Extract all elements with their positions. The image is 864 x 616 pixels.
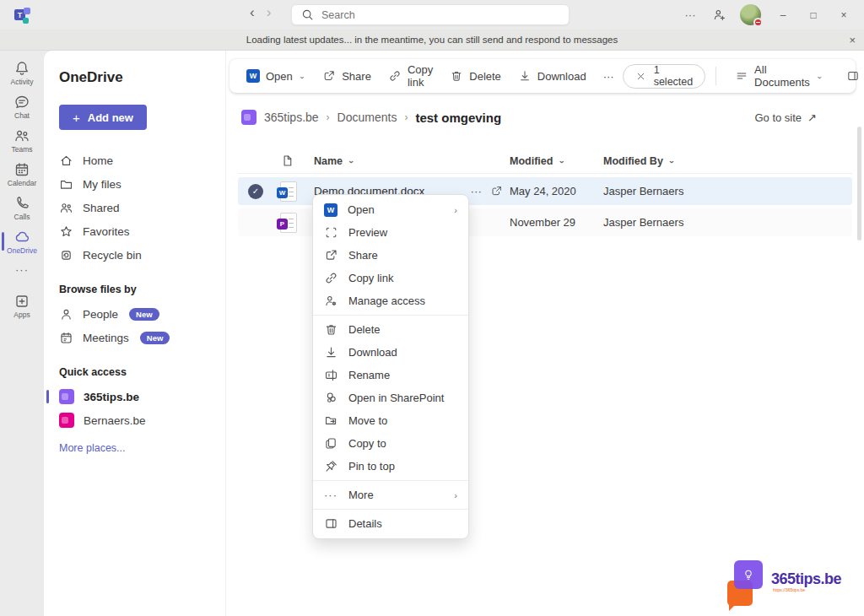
menu-item-details[interactable]: Details [313, 512, 468, 535]
download-icon [518, 69, 532, 83]
app-title: OneDrive [59, 69, 213, 86]
column-header-modified-by[interactable]: Modified By ⌄ [603, 155, 852, 167]
sidebar-item-people[interactable]: People New [56, 302, 213, 326]
sidebar-item-shared[interactable]: Shared [56, 196, 213, 219]
window-maximize-button[interactable]: □ [800, 3, 827, 28]
shared-people-icon [59, 201, 73, 215]
column-header-modified[interactable]: Modified ⌄ [510, 155, 603, 167]
go-to-site-link[interactable]: Go to site ↗ [754, 111, 817, 124]
menu-item-open[interactable]: W Open › [313, 198, 468, 221]
add-new-button[interactable]: + Add new [59, 105, 147, 130]
teams-logo-accent2 [23, 18, 29, 24]
rail-item-onedrive[interactable]: OneDrive [0, 224, 44, 258]
toolbar-more-icon[interactable]: ··· [595, 64, 623, 88]
rail-item-calendar[interactable]: Calendar [0, 157, 44, 191]
meetings-calendar-icon [59, 331, 73, 345]
filter-lines-icon [735, 69, 748, 83]
new-badge: New [129, 308, 159, 321]
quick-access-365tips[interactable]: 365tips.be [56, 385, 213, 408]
breadcrumb-separator: › [404, 111, 408, 123]
chevron-down-icon: ⌄ [816, 73, 823, 80]
rail-item-apps[interactable]: Apps [0, 289, 44, 322]
selected-check-icon[interactable]: ✓ [248, 184, 263, 199]
word-icon: W [246, 69, 260, 83]
lightbulb-icon [742, 568, 755, 581]
user-avatar[interactable] [740, 4, 761, 25]
toolbar-divider [716, 67, 716, 85]
rail-item-chat[interactable]: Chat [0, 89, 44, 123]
menu-item-copy-to[interactable]: Copy to [313, 432, 468, 455]
sidebar-item-favorites[interactable]: Favorites [56, 219, 213, 243]
open-button[interactable]: W Open ⌄ [238, 64, 314, 88]
menu-item-download[interactable]: Download [313, 341, 468, 364]
recycle-bin-icon [59, 248, 73, 262]
rail-item-teams[interactable]: Teams [0, 123, 44, 157]
nav-back-icon[interactable]: ‹ [250, 4, 255, 21]
copy-link-button[interactable]: Copy link [380, 64, 441, 88]
rail-more-icon[interactable]: ··· [15, 258, 29, 280]
menu-item-rename[interactable]: Rename [313, 364, 468, 386]
download-button[interactable]: Download [510, 64, 595, 88]
chevron-down-icon: ⌄ [299, 73, 305, 80]
window-minimize-button[interactable]: – [770, 3, 796, 28]
selected-count-pill[interactable]: 1 selected [623, 64, 706, 89]
person-icon [59, 307, 73, 322]
scrollbar-thumb[interactable] [857, 127, 861, 240]
rail-item-calls[interactable]: Calls [0, 191, 44, 224]
details-button[interactable]: Details [838, 64, 864, 88]
window-close-button[interactable]: × [830, 3, 857, 28]
onenote-file-icon: P [280, 213, 297, 233]
more-places-link[interactable]: More places... [59, 442, 126, 454]
share-button[interactable]: Share [314, 64, 380, 88]
file-context-menu: W Open › Preview Share Copy link Manage … [312, 194, 469, 539]
teams-logo-icon[interactable]: T [14, 7, 31, 24]
chat-icon [14, 94, 30, 111]
trash-icon [450, 69, 463, 83]
sidebar-item-recycle-bin[interactable]: Recycle bin [56, 243, 213, 267]
search-bar[interactable] [291, 4, 570, 25]
menu-item-share[interactable]: Share [313, 244, 468, 267]
trash-icon [324, 322, 338, 337]
menu-item-open-in-sharepoint[interactable]: Open in SharePoint [313, 386, 468, 409]
menu-separator [313, 315, 468, 316]
menu-item-manage-access[interactable]: Manage access [313, 289, 468, 312]
phone-icon [14, 195, 30, 212]
menu-item-more[interactable]: ··· More › [313, 484, 468, 506]
menu-item-pin-to-top[interactable]: Pin to top [313, 455, 468, 478]
breadcrumb-documents[interactable]: Documents [338, 111, 397, 124]
onedrive-sidebar: OneDrive + Add new Home My files Shared … [44, 51, 226, 616]
sidebar-item-meetings[interactable]: Meetings New [56, 326, 213, 349]
menu-item-delete[interactable]: Delete [313, 318, 468, 341]
row-share-icon[interactable] [490, 185, 503, 197]
sidebar-item-my-files[interactable]: My files [56, 172, 213, 196]
browse-files-by-heading: Browse files by [59, 284, 210, 295]
invite-people-icon[interactable] [706, 3, 732, 28]
view-selector[interactable]: All Documents ⌄ [726, 64, 831, 88]
quick-access-bernaers[interactable]: Bernaers.be [56, 408, 213, 432]
notification-banner: Loading latest updates... in the meantim… [0, 30, 864, 51]
sidebar-item-home[interactable]: Home [56, 149, 213, 172]
column-header-name[interactable]: Name ⌄ [314, 155, 510, 167]
menu-item-copy-link[interactable]: Copy link [313, 267, 468, 289]
submenu-chevron-icon: › [454, 205, 457, 215]
star-icon [59, 224, 73, 239]
banner-close-icon[interactable]: × [849, 30, 856, 51]
menu-item-preview[interactable]: Preview [313, 221, 468, 244]
breadcrumb-site[interactable]: 365tips.be [264, 111, 319, 124]
folder-icon [59, 177, 73, 192]
menu-item-move-to[interactable]: Move to [313, 409, 468, 432]
file-type-column-icon[interactable] [280, 154, 294, 168]
file-list-header: Name ⌄ Modified ⌄ Modified By ⌄ [238, 149, 852, 174]
site-365tips-icon [59, 389, 74, 404]
rail-item-activity[interactable]: Activity [0, 56, 44, 89]
breadcrumb-current-folder: test omgeving [415, 111, 501, 125]
quick-access-heading: Quick access [59, 366, 210, 378]
nav-forward-icon[interactable]: › [267, 4, 272, 21]
teams-logo-accent [24, 8, 30, 14]
delete-button[interactable]: Delete [441, 64, 510, 88]
search-input[interactable] [321, 9, 560, 21]
site-bernaers-icon [59, 413, 74, 428]
row-more-icon[interactable]: ··· [471, 185, 483, 197]
titlebar-more-icon[interactable]: ··· [678, 3, 703, 28]
close-icon [635, 71, 646, 82]
